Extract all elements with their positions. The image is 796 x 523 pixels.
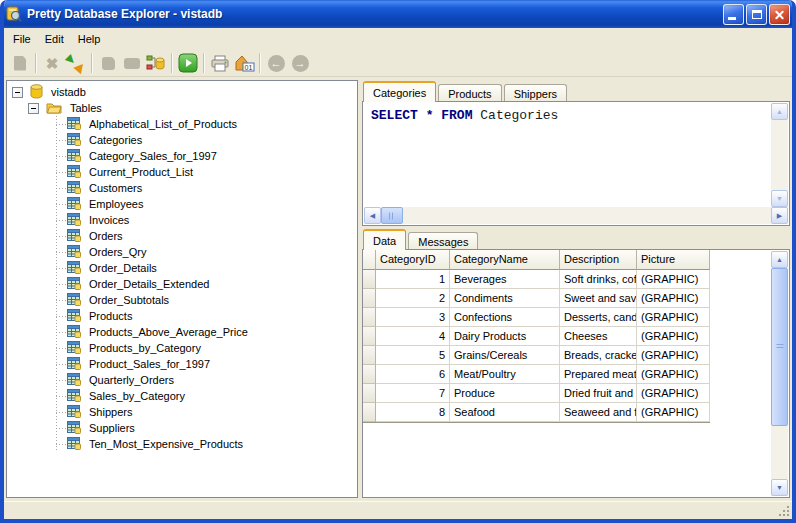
column-header-description[interactable]: Description [560,250,637,270]
tree-item-table[interactable]: Order_Details [7,260,357,276]
tree-item-table[interactable]: Orders_Qry [7,244,357,260]
cell-picture[interactable]: (GRAPHIC) [637,403,710,422]
tree-item-table[interactable]: Products_by_Category [7,340,357,356]
cell-categoryname[interactable]: Meat/Poultry [450,365,560,384]
tree-item-table[interactable]: Employees [7,196,357,212]
row-selector-cell[interactable] [363,403,376,422]
cell-categoryname[interactable]: Condiments [450,289,560,308]
cell-picture[interactable]: (GRAPHIC) [637,327,710,346]
row-selector-cell[interactable] [363,384,376,403]
tree-item-table[interactable]: Product_Sales_for_1997 [7,356,357,372]
cell-categoryid[interactable]: 4 [376,327,450,346]
cell-categoryid[interactable]: 3 [376,308,450,327]
cell-categoryname[interactable]: Seafood [450,403,560,422]
cell-categoryname[interactable]: Dairy Products [450,327,560,346]
sql-horizontal-scrollbar[interactable]: ◀ ▶ [364,207,788,224]
row-selector-cell[interactable] [363,270,376,289]
tree-item-table[interactable]: Shippers [7,404,357,420]
scroll-down-icon[interactable]: ▼ [771,479,788,496]
menu-file[interactable]: File [6,30,38,48]
cell-categoryname[interactable]: Beverages [450,270,560,289]
row-selector-cell[interactable] [363,346,376,365]
row-selector-cell[interactable] [363,365,376,384]
cell-picture[interactable]: (GRAPHIC) [637,346,710,365]
tree-item-table[interactable]: Suppliers [7,420,357,436]
row-selector-header[interactable] [363,250,376,270]
tree-item-vistadb[interactable]: vistadb [7,84,357,100]
tree-item-table[interactable]: Products [7,308,357,324]
tree-item-table[interactable]: Quarterly_Orders [7,372,357,388]
export-button[interactable]: 01 [232,52,256,74]
tree-item-table[interactable]: Orders [7,228,357,244]
cell-picture[interactable]: (GRAPHIC) [637,384,710,403]
tree-item-tables[interactable]: Tables [7,100,357,116]
cell-categoryid[interactable]: 1 [376,270,450,289]
cell-categoryid[interactable]: 8 [376,403,450,422]
tree-item-table[interactable]: Ten_Most_Expensive_Products [7,436,357,452]
connect-button[interactable]: ▶ [64,52,88,74]
sql-editor[interactable]: SELECT * FROM Categories ▲ ▼ ◀ ▶ [362,101,790,226]
tree-item-table[interactable]: Order_Subtotals [7,292,357,308]
collapse-expander-icon[interactable] [28,103,39,114]
cell-description[interactable]: Seaweed and fish [560,403,637,422]
scrollbar-thumb[interactable] [771,268,788,426]
column-header-categoryname[interactable]: CategoryName [450,250,560,270]
tree-item-table[interactable]: Invoices [7,212,357,228]
cell-picture[interactable]: (GRAPHIC) [637,270,710,289]
row-selector-cell[interactable] [363,327,376,346]
cell-categoryname[interactable]: Grains/Cereals [450,346,560,365]
print-button[interactable] [208,52,232,74]
cell-categoryid[interactable]: 6 [376,365,450,384]
cell-categoryid[interactable]: 5 [376,346,450,365]
sql-vertical-scrollbar[interactable]: ▲ ▼ [771,103,788,207]
cell-categoryname[interactable]: Produce [450,384,560,403]
resize-grip[interactable] [777,504,790,517]
scroll-up-icon[interactable]: ▲ [771,251,788,268]
tree-item-table[interactable]: Customers [7,180,357,196]
title-bar[interactable]: Pretty Database Explorer - vistadb [0,0,796,28]
row-selector-cell[interactable] [363,289,376,308]
tree-item-table[interactable]: Sales_by_Category [7,388,357,404]
grid-vertical-scrollbar[interactable]: ▲ ▼ [771,251,788,496]
schema-button[interactable] [144,52,168,74]
tree-item-table[interactable]: Alphabetical_List_of_Products [7,116,357,132]
scrollbar-thumb[interactable] [381,207,403,224]
cell-picture[interactable]: (GRAPHIC) [637,289,710,308]
cell-categoryid[interactable]: 2 [376,289,450,308]
menu-help[interactable]: Help [71,30,108,48]
tab-messages[interactable]: Messages [408,232,478,249]
close-button[interactable] [769,4,790,25]
column-header-picture[interactable]: Picture [637,250,710,270]
menu-edit[interactable]: Edit [38,30,71,48]
cell-description[interactable]: Sweet and savory sauces, relishes, sprea… [560,289,637,308]
cell-picture[interactable]: (GRAPHIC) [637,365,710,384]
execute-button[interactable] [176,52,200,74]
tab-categories[interactable]: Categories [363,81,436,102]
maximize-button[interactable] [746,4,767,25]
tree-item-table[interactable]: Order_Details_Extended [7,276,357,292]
cell-categoryname[interactable]: Confections [450,308,560,327]
tab-data[interactable]: Data [363,229,406,250]
row-selector-cell[interactable] [363,308,376,327]
tab-shippers[interactable]: Shippers [504,84,567,101]
cell-picture[interactable]: (GRAPHIC) [637,308,710,327]
scroll-right-icon[interactable]: ▶ [771,207,788,224]
cell-description[interactable]: Breads, crackers, pasta, and cereal [560,346,637,365]
cell-description[interactable]: Cheeses [560,327,637,346]
scroll-left-icon[interactable]: ◀ [364,207,381,224]
minimize-button[interactable] [723,4,744,25]
collapse-expander-icon[interactable] [12,87,23,98]
cell-description[interactable]: Prepared meats [560,365,637,384]
cell-description[interactable]: Dried fruit and bean curd [560,384,637,403]
tree-item-table[interactable]: Categories [7,132,357,148]
cell-description[interactable]: Desserts, candies, and sweet breads [560,308,637,327]
tree-item-table[interactable]: Current_Product_List [7,164,357,180]
tree-item-table[interactable]: Category_Sales_for_1997 [7,148,357,164]
tab-products[interactable]: Products [438,84,501,101]
cell-categoryid[interactable]: 7 [376,384,450,403]
tree-item-table[interactable]: Products_Above_Average_Price [7,324,357,340]
sql-query-text[interactable]: SELECT * FROM Categories [363,102,789,129]
scroll-up-icon[interactable]: ▲ [771,103,788,120]
cell-description[interactable]: Soft drinks, coffees, teas, beers, and a… [560,270,637,289]
column-header-categoryid[interactable]: CategoryID [376,250,450,270]
